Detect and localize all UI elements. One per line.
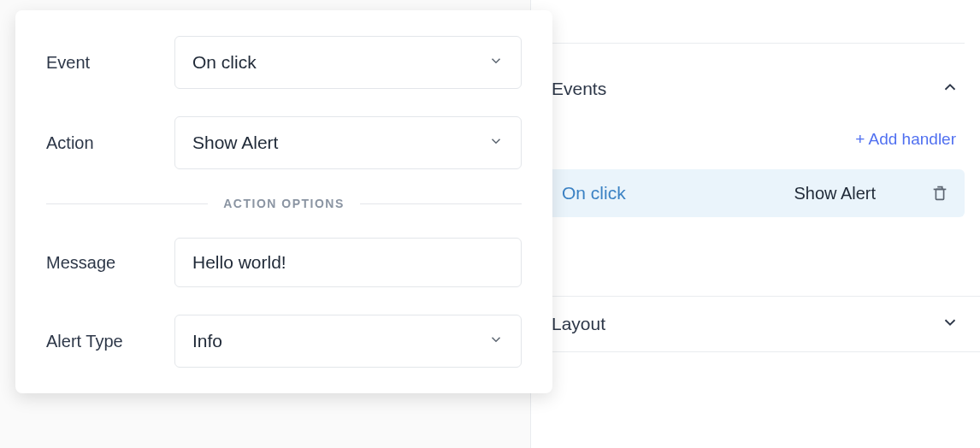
handler-event-name: On click (562, 183, 740, 203)
events-section-header[interactable]: Events (531, 62, 980, 116)
svg-rect-0 (936, 189, 943, 199)
message-input-value: Hello world! (192, 252, 286, 273)
divider-line (46, 203, 208, 204)
chevron-down-icon (488, 133, 504, 153)
events-section: Events + Add handler On click Show Alert (531, 62, 980, 217)
divider-line (360, 203, 522, 204)
chevron-up-icon (941, 78, 959, 100)
alert-type-select-value: Info (192, 331, 222, 351)
message-field-label: Message (46, 253, 174, 273)
properties-sidebar: Events + Add handler On click Show Alert… (530, 0, 980, 448)
add-handler-row: + Add handler (531, 116, 980, 169)
chevron-down-icon (488, 331, 504, 351)
handler-action-name: Show Alert (747, 184, 924, 203)
add-handler-button[interactable]: + Add handler (855, 130, 956, 149)
event-select[interactable]: On click (174, 36, 522, 89)
event-field-row: Event On click (46, 36, 522, 89)
trash-icon (930, 191, 949, 205)
layout-section: Layout (531, 296, 980, 352)
layout-title: Layout (552, 314, 605, 334)
action-select-value: Show Alert (192, 133, 278, 153)
action-options-divider: ACTION OPTIONS (46, 197, 522, 210)
layout-section-header[interactable]: Layout (531, 297, 980, 351)
alert-type-field-label: Alert Type (46, 332, 174, 351)
message-field-row: Message Hello world! (46, 238, 522, 287)
chevron-down-icon (488, 52, 504, 73)
action-field-row: Action Show Alert (46, 116, 522, 169)
event-editor-popover: Event On click Action Show Alert ACTION … (15, 10, 552, 393)
action-field-label: Action (46, 133, 174, 153)
chevron-down-icon (941, 313, 959, 335)
alert-type-field-row: Alert Type Info (46, 315, 522, 368)
action-options-label: ACTION OPTIONS (223, 197, 345, 210)
delete-handler-button[interactable] (930, 184, 949, 203)
events-title: Events (552, 79, 606, 99)
event-select-value: On click (192, 52, 257, 73)
event-handler-row[interactable]: On click Show Alert (546, 169, 965, 217)
action-select[interactable]: Show Alert (174, 116, 522, 169)
message-input[interactable]: Hello world! (174, 238, 522, 287)
alert-type-select[interactable]: Info (174, 315, 522, 368)
event-field-label: Event (46, 53, 174, 73)
divider (546, 43, 965, 44)
